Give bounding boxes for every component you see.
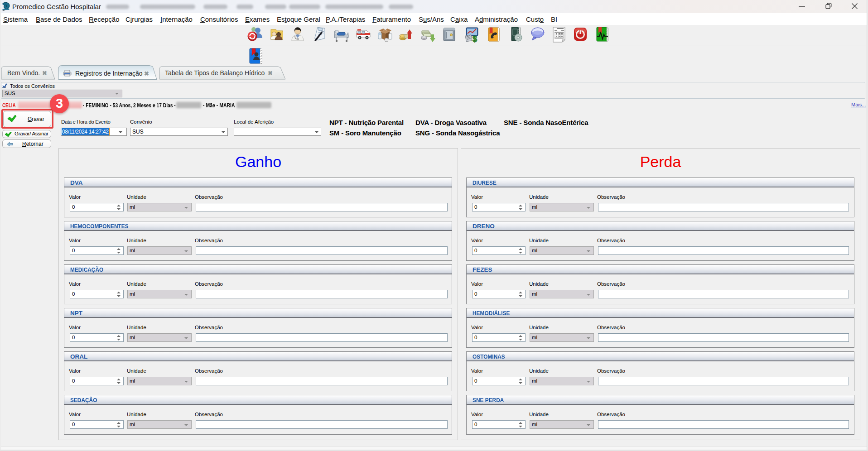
svg-text:✖: ✖	[42, 70, 47, 77]
svg-text:Bem Vindo.: Bem Vindo.	[7, 69, 40, 77]
svg-text:✖: ✖	[268, 70, 273, 77]
svg-text:Tabela de Tipos de Balanço Híd: Tabela de Tipos de Balanço Hídrico	[165, 69, 265, 77]
svg-text:$: $	[473, 34, 477, 43]
svg-text:✖: ✖	[144, 70, 149, 77]
svg-text:Registros de Internação: Registros de Internação	[75, 70, 143, 77]
